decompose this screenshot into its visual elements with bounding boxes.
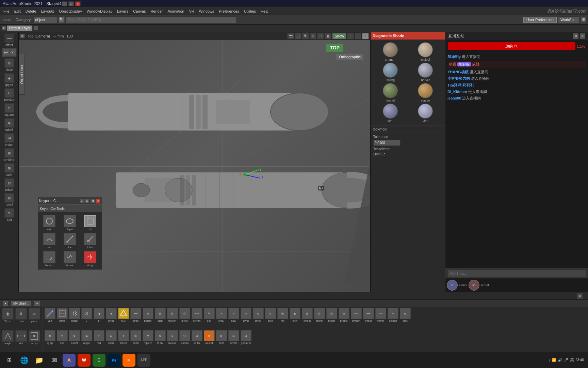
shelf-skin[interactable]: ⊙skin [264, 308, 276, 322]
taskbar-app2[interactable]: M [122, 354, 135, 367]
kp-tool-ellipse[interactable]: ellipse [60, 214, 80, 231]
bl-plane[interactable]: ▭ plane [28, 308, 41, 329]
maximize-btn[interactable]: □ [68, 1, 74, 6]
lt-stch[interactable]: ⊠ stch [1, 163, 18, 177]
menu-preferences[interactable]: Preferences [217, 9, 241, 14]
menu-layouts[interactable]: Layouts [39, 9, 56, 14]
shelf-msdrt[interactable]: ⊟msdrt [326, 308, 338, 322]
shelf-dloc[interactable]: ⊕dloc [399, 308, 411, 322]
bl-setcp[interactable]: set cp [28, 330, 41, 351]
sys-lang-label[interactable]: 英 [570, 357, 574, 363]
shelf-vec[interactable]: vec [44, 308, 56, 322]
shelf-mplcrv[interactable]: ⋈mplcrv [142, 330, 154, 344]
vp-show-button[interactable]: Show [332, 33, 346, 39]
shelf-crvctr[interactable]: ⊛crvctr [252, 308, 264, 322]
shelf-geomrm[interactable]: ⊟geomrm [240, 330, 252, 344]
shelf-ptprec[interactable]: ◈ptprec [117, 330, 129, 344]
my-shelf-button[interactable]: My Shelf... [11, 301, 32, 306]
mat-vis1[interactable]: vis1 [373, 104, 407, 123]
sys-volume-icon[interactable]: 🔊 [558, 358, 562, 362]
shelf-tgcp[interactable]: ◉tg cp [44, 330, 56, 344]
boxmod-item[interactable]: boxmod [371, 125, 445, 133]
kp-grid-icon[interactable]: ⊞ [85, 199, 89, 203]
shelf-dvmap[interactable]: ⊙dvmap [166, 330, 178, 344]
shelf-offset[interactable]: ⟶offset [362, 308, 374, 322]
taskbar-explorer[interactable]: 📁 [33, 354, 46, 367]
menu-edit[interactable]: Edit [12, 9, 23, 14]
taskbar-photoshop[interactable]: Ps [108, 354, 120, 367]
bl-zero[interactable]: 0 zero [15, 308, 28, 329]
settings-icon[interactable]: ⚙ [581, 17, 587, 23]
shelf-3[interactable]: 33 [81, 308, 93, 322]
taskbar-edge[interactable]: 🌐 [18, 354, 31, 367]
lt-edit[interactable]: ✎ Edit [1, 208, 18, 222]
layer-expand-icon[interactable] [33, 26, 38, 31]
shelf-detach[interactable]: ✂detach [387, 308, 399, 322]
shelf-apshd[interactable]: ◉apshd [203, 330, 215, 344]
lt-expand-group[interactable]: ⟵ ✕ [2, 48, 17, 57]
kp-tool-drag[interactable]: drag [80, 250, 100, 267]
lt-refsrf[interactable]: ⊟ refsrf [1, 193, 18, 207]
vp-split-icon[interactable]: ▦ [325, 33, 331, 39]
shelf-angle2[interactable]: ∠angle [81, 330, 93, 344]
shelf-edit[interactable]: ✎edit [203, 308, 215, 322]
taskbar-app1[interactable]: G [93, 354, 105, 367]
chat-settings-icon[interactable]: ⚙ [573, 33, 578, 39]
mat-ltunnel[interactable]: ltunnel [373, 83, 407, 102]
menu-delete[interactable]: Delete [23, 9, 38, 14]
chat-input[interactable] [447, 270, 586, 277]
menu-canvas[interactable]: Canvas [131, 9, 148, 14]
shelf-crvcst[interactable]: ⊡crvcst [228, 330, 240, 344]
lt-crvnet[interactable]: ⋈ crvnet [1, 133, 18, 147]
minimize-btn[interactable]: − [62, 1, 67, 6]
avatar-scnref[interactable]: sc [469, 280, 479, 291]
kp-tool-lntan[interactable]: lntan [80, 232, 100, 249]
vp-aspect-icon[interactable]: □ [317, 33, 324, 39]
menu-vr[interactable]: VR [187, 9, 196, 14]
shelf-symain[interactable]: ⟺symain [350, 308, 362, 322]
shelf-symm[interactable]: ⟺symm [191, 308, 203, 322]
lt-crnblnd[interactable]: ⊞ crnblnd [1, 148, 18, 162]
tolerance-input[interactable] [373, 140, 401, 146]
shelf-fitcrv[interactable]: ⊛fit crv [154, 330, 166, 344]
shelf-unstch[interactable]: ⊟unstch [166, 308, 178, 322]
shelf-balcrn[interactable]: ⊕balcrn [142, 308, 154, 322]
mat-shdnon[interactable]: shdnon [373, 42, 407, 61]
shelf-pncd[interactable]: ⊠pncd [130, 330, 142, 344]
status-icon[interactable]: ⊞ [577, 293, 583, 299]
taskbar-alias[interactable]: A [63, 354, 76, 367]
shelf-5[interactable]: 55 [93, 308, 105, 322]
shelf-crvfl2[interactable]: ⊠crvfl [215, 330, 227, 344]
menu-animation[interactable]: Animation [166, 9, 186, 14]
shelf-rad[interactable]: ○rad [93, 330, 105, 344]
bl-trash[interactable]: 🗑 Trash [1, 308, 14, 329]
menu-utilities[interactable]: Utilities [242, 9, 258, 14]
lt-revolve[interactable]: ↻ revolve [1, 88, 18, 102]
shelf-menu-icon[interactable]: ● [3, 301, 8, 306]
kp-close-icon[interactable]: ✕ [96, 199, 100, 203]
user-preference-button[interactable]: User Preference [523, 17, 557, 23]
vp-fullscreen-icon[interactable]: ⛶ [295, 33, 301, 39]
vp-zoom-icon[interactable]: 🔍 [302, 33, 309, 39]
scale-input[interactable] [66, 16, 236, 23]
shelf-crvct[interactable]: ⋈crvct [240, 308, 252, 322]
vp-panel1-icon[interactable] [347, 33, 354, 39]
shelf-plhull[interactable]: ⬡plhull [179, 308, 191, 322]
sys-network-icon[interactable]: 📶 [552, 358, 556, 362]
shelf-xfcrv[interactable]: ✕xfcrv [215, 308, 227, 322]
kp-prev-icon[interactable]: ◀ [90, 199, 95, 203]
menu-file[interactable]: File [1, 9, 12, 14]
menu-objectdisplay[interactable]: ObjectDisplay [57, 9, 84, 14]
avatar-xfmcv[interactable]: xf [447, 280, 458, 291]
chat-close-icon[interactable]: ✕ [580, 33, 585, 39]
shelf-gryed[interactable]: ◈gryed [105, 308, 117, 322]
canvas[interactable]: Y Z ✕ Object Lister TOP Orthographic N7 … [19, 40, 370, 292]
vp-num-icon[interactable]: 3 [362, 33, 369, 39]
lt-close[interactable]: ⊙ close [1, 58, 18, 72]
lt-gryed[interactable]: ◈ gryed [1, 73, 18, 87]
workspace-button[interactable]: WorkSp... [558, 16, 579, 23]
layer-menu-icon[interactable]: ≡ [1, 26, 6, 31]
shelf-rail[interactable]: ⊞rail [277, 308, 289, 322]
lt-offset[interactable]: ⟶ offset [1, 33, 18, 47]
menu-windows[interactable]: Windows [197, 9, 216, 14]
